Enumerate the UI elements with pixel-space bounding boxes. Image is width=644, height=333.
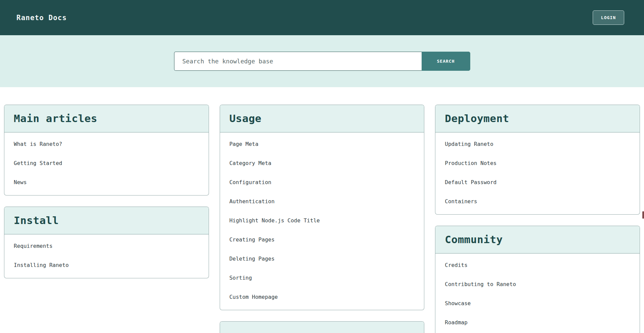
article-link[interactable]: Requirements: [4, 236, 209, 256]
article-link[interactable]: Containers: [435, 192, 640, 211]
login-button[interactable]: LOGIN: [593, 10, 624, 25]
category-title[interactable]: Usage: [220, 105, 424, 132]
article-link[interactable]: News: [4, 173, 209, 192]
article-link[interactable]: Page Meta: [220, 134, 424, 154]
article-link[interactable]: Updating Raneto: [435, 134, 640, 154]
article-link[interactable]: Category Meta: [220, 154, 424, 173]
category-card: Main articlesWhat is Raneto?Getting Star…: [4, 105, 209, 196]
article-link[interactable]: Creating Pages: [220, 230, 424, 249]
category-title[interactable]: Main articles: [4, 105, 209, 132]
content-area: Main articlesWhat is Raneto?Getting Star…: [0, 87, 644, 333]
article-link[interactable]: Roadmap: [435, 313, 640, 332]
category-card: CommunityCreditsContributing to RanetoSh…: [435, 226, 640, 333]
category-card: UsagePage MetaCategory MetaConfiguration…: [220, 105, 425, 310]
search-input[interactable]: [174, 52, 422, 71]
article-link[interactable]: Authentication: [220, 192, 424, 211]
article-link[interactable]: Highlight Node.js Code Title: [220, 211, 424, 230]
search-section: SEARCH: [0, 35, 644, 87]
category-title[interactable]: Install: [4, 207, 209, 234]
article-link[interactable]: Production Notes: [435, 154, 640, 173]
category-card: [220, 321, 425, 333]
category-card: InstallRequirementsInstalling Raneto: [4, 207, 209, 278]
category-article-list: RequirementsInstalling Raneto: [4, 234, 209, 278]
search-button[interactable]: SEARCH: [422, 52, 470, 71]
category-article-list: Updating RanetoProduction NotesDefault P…: [435, 132, 640, 214]
content-column: UsagePage MetaCategory MetaConfiguration…: [220, 105, 425, 333]
category-article-list: CreditsContributing to RanetoShowcaseRoa…: [435, 254, 640, 333]
article-link[interactable]: Showcase: [435, 294, 640, 313]
top-navbar: Raneto Docs LOGIN: [0, 0, 644, 35]
article-link[interactable]: Default Password: [435, 173, 640, 192]
scrollbar-thumb[interactable]: [642, 211, 644, 219]
content-column: Main articlesWhat is Raneto?Getting Star…: [4, 105, 209, 289]
search-bar: SEARCH: [174, 52, 470, 71]
article-link[interactable]: Configuration: [220, 173, 424, 192]
article-link[interactable]: Installing Raneto: [4, 256, 209, 275]
article-link[interactable]: Credits: [435, 256, 640, 275]
article-link[interactable]: Getting Started: [4, 154, 209, 173]
site-title[interactable]: Raneto Docs: [16, 14, 67, 22]
article-link[interactable]: Deleting Pages: [220, 249, 424, 268]
article-link[interactable]: What is Raneto?: [4, 134, 209, 154]
scrollbar[interactable]: [642, 0, 644, 333]
article-link[interactable]: Contributing to Raneto: [435, 275, 640, 294]
content-column: DeploymentUpdating RanetoProduction Note…: [435, 105, 640, 333]
category-article-list: Page MetaCategory MetaConfigurationAuthe…: [220, 132, 424, 310]
category-card: DeploymentUpdating RanetoProduction Note…: [435, 105, 640, 215]
article-link[interactable]: Custom Homepage: [220, 287, 424, 307]
category-title[interactable]: Community: [435, 226, 640, 254]
category-article-list: What is Raneto?Getting StartedNews: [4, 132, 209, 195]
category-title[interactable]: Deployment: [435, 105, 640, 132]
article-link[interactable]: Sorting: [220, 268, 424, 287]
category-title[interactable]: [220, 322, 424, 333]
